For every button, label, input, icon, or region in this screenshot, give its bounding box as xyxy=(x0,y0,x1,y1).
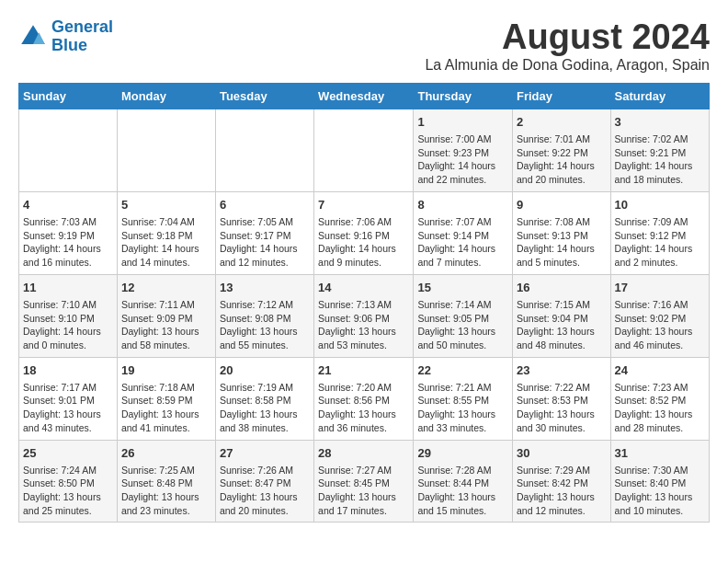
calendar-week-2: 4Sunrise: 7:03 AMSunset: 9:19 PMDaylight… xyxy=(19,191,710,274)
day-number: 13 xyxy=(220,280,310,296)
day-info: Sunrise: 7:23 AMSunset: 8:52 PMDaylight:… xyxy=(615,381,705,435)
day-info: Sunrise: 7:04 AMSunset: 9:18 PMDaylight:… xyxy=(121,215,211,270)
day-info: Sunrise: 7:16 AMSunset: 9:02 PMDaylight:… xyxy=(615,298,705,352)
calendar-cell: 22Sunrise: 7:21 AMSunset: 8:55 PMDayligh… xyxy=(414,357,513,440)
day-info: Sunrise: 7:17 AMSunset: 9:01 PMDaylight:… xyxy=(23,381,113,435)
title-block: August 2024 La Almunia de Dona Godina, A… xyxy=(425,18,710,74)
location-subtitle: La Almunia de Dona Godina, Aragon, Spain xyxy=(425,57,710,74)
calendar-cell: 30Sunrise: 7:29 AMSunset: 8:42 PMDayligh… xyxy=(513,440,611,523)
day-number: 8 xyxy=(417,197,508,213)
day-number: 20 xyxy=(220,362,310,379)
calendar-cell: 31Sunrise: 7:30 AMSunset: 8:40 PMDayligh… xyxy=(610,440,709,523)
day-number: 25 xyxy=(23,445,113,462)
day-number: 4 xyxy=(23,197,113,213)
day-info: Sunrise: 7:05 AMSunset: 9:17 PMDaylight:… xyxy=(220,215,310,270)
day-number: 22 xyxy=(417,362,508,379)
logo-line1: General xyxy=(51,17,113,36)
day-info: Sunrise: 7:18 AMSunset: 8:59 PMDaylight:… xyxy=(121,381,211,435)
logo-text: General Blue xyxy=(51,18,113,55)
main-title: August 2024 xyxy=(425,18,710,57)
day-number: 7 xyxy=(318,197,409,213)
calendar-cell: 2Sunrise: 7:01 AMSunset: 9:22 PMDaylight… xyxy=(513,109,611,191)
calendar-cell: 12Sunrise: 7:11 AMSunset: 9:09 PMDayligh… xyxy=(117,274,215,357)
calendar-cell: 11Sunrise: 7:10 AMSunset: 9:10 PMDayligh… xyxy=(19,274,118,357)
day-info: Sunrise: 7:06 AMSunset: 9:16 PMDaylight:… xyxy=(318,215,409,270)
calendar-week-1: 1Sunrise: 7:00 AMSunset: 9:23 PMDaylight… xyxy=(19,109,710,191)
day-info: Sunrise: 7:12 AMSunset: 9:08 PMDaylight:… xyxy=(220,298,310,352)
day-number: 14 xyxy=(318,280,409,296)
day-info: Sunrise: 7:14 AMSunset: 9:05 PMDaylight:… xyxy=(417,298,508,352)
calendar-cell: 16Sunrise: 7:15 AMSunset: 9:04 PMDayligh… xyxy=(513,274,611,357)
day-info: Sunrise: 7:11 AMSunset: 9:09 PMDaylight:… xyxy=(121,298,211,352)
day-number: 12 xyxy=(121,280,211,296)
calendar-cell: 9Sunrise: 7:08 AMSunset: 9:13 PMDaylight… xyxy=(513,191,611,274)
day-info: Sunrise: 7:30 AMSunset: 8:40 PMDaylight:… xyxy=(615,464,705,518)
day-number: 3 xyxy=(615,114,705,131)
page-header: General Blue August 2024 La Almunia de D… xyxy=(18,18,710,74)
day-header-tuesday: Tuesday xyxy=(215,83,313,109)
calendar-cell: 27Sunrise: 7:26 AMSunset: 8:47 PMDayligh… xyxy=(215,440,313,523)
day-header-monday: Monday xyxy=(117,83,215,109)
day-info: Sunrise: 7:28 AMSunset: 8:44 PMDaylight:… xyxy=(417,464,508,518)
calendar-table: SundayMondayTuesdayWednesdayThursdayFrid… xyxy=(18,83,710,523)
day-number: 1 xyxy=(417,114,508,131)
logo-line2: Blue xyxy=(51,36,87,54)
day-info: Sunrise: 7:08 AMSunset: 9:13 PMDaylight:… xyxy=(517,215,607,270)
calendar-cell: 15Sunrise: 7:14 AMSunset: 9:05 PMDayligh… xyxy=(414,274,513,357)
calendar-cell: 7Sunrise: 7:06 AMSunset: 9:16 PMDaylight… xyxy=(314,191,414,274)
day-number: 21 xyxy=(318,362,409,379)
calendar-cell: 25Sunrise: 7:24 AMSunset: 8:50 PMDayligh… xyxy=(19,440,118,523)
day-header-sunday: Sunday xyxy=(19,83,118,109)
calendar-cell: 19Sunrise: 7:18 AMSunset: 8:59 PMDayligh… xyxy=(117,357,215,440)
day-number: 17 xyxy=(615,280,705,296)
calendar-cell: 10Sunrise: 7:09 AMSunset: 9:12 PMDayligh… xyxy=(610,191,709,274)
day-number: 5 xyxy=(121,197,211,213)
calendar-cell: 1Sunrise: 7:00 AMSunset: 9:23 PMDaylight… xyxy=(414,109,513,191)
day-info: Sunrise: 7:21 AMSunset: 8:55 PMDaylight:… xyxy=(417,381,508,435)
calendar-cell xyxy=(314,109,414,191)
logo: General Blue xyxy=(18,18,113,55)
day-info: Sunrise: 7:25 AMSunset: 8:48 PMDaylight:… xyxy=(121,464,211,518)
day-number: 29 xyxy=(417,445,508,462)
calendar-cell: 6Sunrise: 7:05 AMSunset: 9:17 PMDaylight… xyxy=(215,191,313,274)
calendar-cell: 13Sunrise: 7:12 AMSunset: 9:08 PMDayligh… xyxy=(215,274,313,357)
calendar-cell: 29Sunrise: 7:28 AMSunset: 8:44 PMDayligh… xyxy=(414,440,513,523)
day-header-wednesday: Wednesday xyxy=(314,83,414,109)
day-number: 16 xyxy=(517,280,607,296)
day-number: 11 xyxy=(23,280,113,296)
day-number: 6 xyxy=(220,197,310,213)
day-number: 26 xyxy=(121,445,211,462)
day-info: Sunrise: 7:24 AMSunset: 8:50 PMDaylight:… xyxy=(23,464,113,518)
day-info: Sunrise: 7:20 AMSunset: 8:56 PMDaylight:… xyxy=(318,381,409,435)
calendar-cell xyxy=(117,109,215,191)
calendar-cell xyxy=(215,109,313,191)
calendar-cell: 18Sunrise: 7:17 AMSunset: 9:01 PMDayligh… xyxy=(19,357,118,440)
day-info: Sunrise: 7:27 AMSunset: 8:45 PMDaylight:… xyxy=(318,464,409,518)
day-info: Sunrise: 7:22 AMSunset: 8:53 PMDaylight:… xyxy=(517,381,607,435)
day-info: Sunrise: 7:09 AMSunset: 9:12 PMDaylight:… xyxy=(615,215,705,270)
calendar-cell: 26Sunrise: 7:25 AMSunset: 8:48 PMDayligh… xyxy=(117,440,215,523)
day-info: Sunrise: 7:15 AMSunset: 9:04 PMDaylight:… xyxy=(517,298,607,352)
calendar-cell xyxy=(19,109,118,191)
calendar-body: 1Sunrise: 7:00 AMSunset: 9:23 PMDaylight… xyxy=(19,109,710,523)
day-header-friday: Friday xyxy=(513,83,611,109)
day-info: Sunrise: 7:29 AMSunset: 8:42 PMDaylight:… xyxy=(517,464,607,518)
calendar-cell: 20Sunrise: 7:19 AMSunset: 8:58 PMDayligh… xyxy=(215,357,313,440)
day-info: Sunrise: 7:19 AMSunset: 8:58 PMDaylight:… xyxy=(220,381,310,435)
day-info: Sunrise: 7:03 AMSunset: 9:19 PMDaylight:… xyxy=(23,215,113,270)
day-number: 19 xyxy=(121,362,211,379)
day-info: Sunrise: 7:07 AMSunset: 9:14 PMDaylight:… xyxy=(417,215,508,270)
calendar-cell: 21Sunrise: 7:20 AMSunset: 8:56 PMDayligh… xyxy=(314,357,414,440)
day-number: 15 xyxy=(417,280,508,296)
calendar-cell: 4Sunrise: 7:03 AMSunset: 9:19 PMDaylight… xyxy=(19,191,118,274)
day-number: 27 xyxy=(220,445,310,462)
day-info: Sunrise: 7:26 AMSunset: 8:47 PMDaylight:… xyxy=(220,464,310,518)
calendar-cell: 14Sunrise: 7:13 AMSunset: 9:06 PMDayligh… xyxy=(314,274,414,357)
calendar-cell: 23Sunrise: 7:22 AMSunset: 8:53 PMDayligh… xyxy=(513,357,611,440)
day-header-thursday: Thursday xyxy=(414,83,513,109)
day-number: 28 xyxy=(318,445,409,462)
day-number: 30 xyxy=(517,445,607,462)
day-number: 9 xyxy=(517,197,607,213)
calendar-cell: 3Sunrise: 7:02 AMSunset: 9:21 PMDaylight… xyxy=(610,109,709,191)
day-number: 10 xyxy=(615,197,705,213)
